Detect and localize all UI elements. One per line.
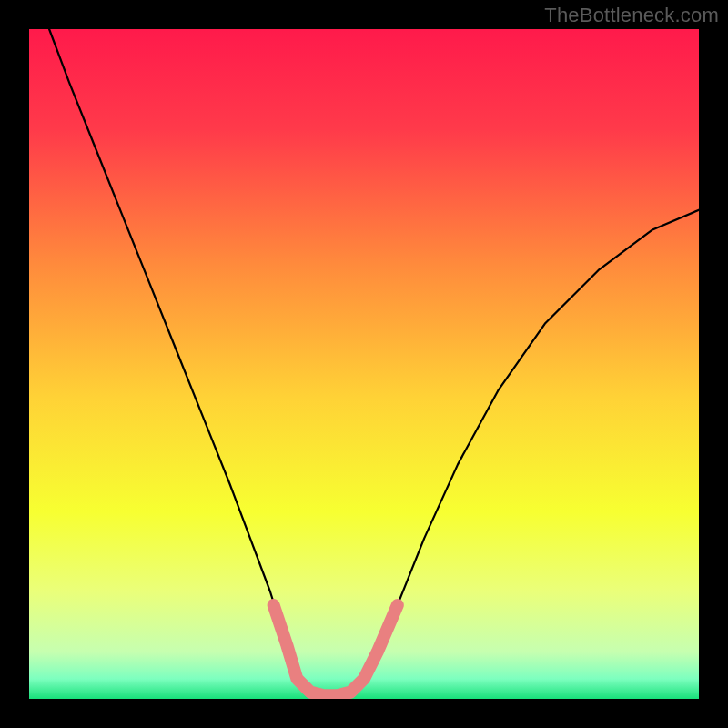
plot-area	[29, 29, 699, 699]
chart-svg	[29, 29, 699, 699]
watermark-label: TheBottleneck.com	[544, 4, 719, 27]
chart-container: TheBottleneck.com	[0, 0, 728, 728]
chart-background	[29, 29, 699, 699]
